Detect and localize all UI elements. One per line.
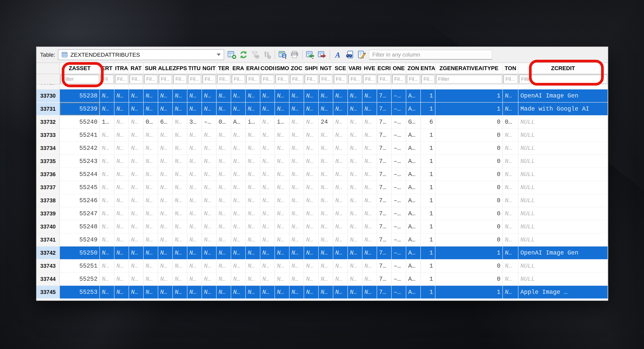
cell-erai[interactable]: i… bbox=[246, 116, 260, 128]
cell-ton[interactable]: N… bbox=[503, 89, 518, 102]
cell-zcredit[interactable]: NULL bbox=[518, 273, 608, 285]
cell-titu[interactable]: N… bbox=[187, 233, 202, 246]
cell-zasset[interactable]: 55243 bbox=[60, 155, 100, 168]
row-number[interactable]: 33733 bbox=[36, 129, 60, 141]
cell-zoc[interactable]: N… bbox=[290, 220, 304, 233]
filter-input-zon[interactable] bbox=[407, 75, 420, 83]
cell-hve[interactable]: N… bbox=[362, 155, 377, 168]
cell-ngit[interactable]: N… bbox=[202, 286, 216, 298]
cell-zcredit[interactable]: NULL bbox=[518, 129, 608, 141]
cell-zon[interactable]: A… bbox=[406, 207, 421, 220]
cell-vari[interactable]: N… bbox=[348, 89, 362, 102]
cell-ert[interactable]: N… bbox=[100, 155, 114, 168]
cell-ismo[interactable]: N… bbox=[275, 273, 290, 285]
cell-vari[interactable]: N… bbox=[348, 260, 362, 272]
cell-enta[interactable]: 1 bbox=[421, 273, 435, 285]
cell-enta[interactable]: 1 bbox=[421, 207, 435, 220]
cell-alle[interactable]: N… bbox=[158, 246, 173, 259]
cell-zoc[interactable]: N… bbox=[290, 89, 304, 102]
cell-sur[interactable]: N… bbox=[144, 89, 158, 102]
cell-enta[interactable]: 1 bbox=[421, 168, 435, 181]
cell-erai[interactable]: N… bbox=[246, 273, 260, 285]
cell-titu[interactable]: N… bbox=[187, 168, 202, 181]
cell-ngt[interactable]: N… bbox=[319, 142, 333, 155]
cell-sce[interactable]: N… bbox=[333, 273, 348, 285]
cell-zoc[interactable]: N… bbox=[290, 116, 304, 128]
cell-zon[interactable]: A… bbox=[406, 220, 421, 233]
cell-sce[interactable]: N… bbox=[333, 246, 348, 259]
cell-era[interactable]: N… bbox=[231, 142, 246, 155]
cell-enta[interactable]: 1 bbox=[421, 233, 435, 246]
cell-ngt[interactable]: N… bbox=[319, 103, 333, 115]
cell-alle[interactable]: N… bbox=[158, 84, 173, 89]
cell-ton[interactable]: N… bbox=[503, 286, 518, 298]
cell-titu[interactable]: 3… bbox=[187, 116, 202, 128]
cell-zon[interactable]: A… bbox=[406, 84, 421, 89]
cell-enta[interactable]: 6 bbox=[421, 116, 435, 128]
cell-zcredit[interactable]: NULL bbox=[518, 207, 608, 220]
cell-codi[interactable]: N… bbox=[260, 207, 275, 220]
cell-zcredit[interactable]: NULL bbox=[518, 194, 608, 207]
cell-codi[interactable]: N… bbox=[260, 103, 275, 115]
column-header-zgenerativeaitype[interactable]: ZGENERATIVEAITYPE bbox=[435, 63, 503, 74]
filter-input-one[interactable] bbox=[392, 75, 405, 83]
cell-rat[interactable]: N… bbox=[129, 246, 144, 259]
table-row-33742[interactable]: 3374255250N…N…N…N…N…N…N…N…N…N…N…N…N…N…N…… bbox=[36, 246, 608, 260]
cell-rat[interactable]: N… bbox=[129, 116, 144, 128]
cell-ter[interactable]: N… bbox=[216, 89, 231, 102]
cell-ert[interactable]: N… bbox=[100, 246, 114, 259]
cell-era[interactable]: N… bbox=[231, 84, 246, 89]
cell-rat[interactable]: N… bbox=[129, 181, 144, 194]
cell-codi[interactable]: N… bbox=[260, 273, 275, 285]
filter-input-itra[interactable] bbox=[115, 75, 128, 83]
cell-zgenerativeaitype[interactable]: 0 bbox=[435, 207, 503, 220]
cell-ecri[interactable]: 7… bbox=[377, 207, 392, 220]
cell-ton[interactable]: N… bbox=[503, 207, 518, 220]
cell-one[interactable]: –… bbox=[392, 233, 406, 246]
cell-ecri[interactable]: 7… bbox=[377, 129, 392, 141]
cell-ngit[interactable]: N… bbox=[202, 194, 216, 207]
cell-ngt[interactable]: 24 bbox=[319, 116, 333, 128]
cell-ecri[interactable]: 7… bbox=[377, 246, 392, 259]
cell-titu[interactable]: N… bbox=[187, 84, 202, 89]
cell-shpi[interactable]: N… bbox=[304, 116, 319, 128]
print-icon[interactable] bbox=[290, 50, 300, 60]
filter-input-erai[interactable] bbox=[246, 75, 259, 83]
cell-itra[interactable]: N… bbox=[114, 142, 129, 155]
export-table-icon[interactable] bbox=[317, 50, 327, 60]
filter-input-zfps[interactable] bbox=[174, 75, 186, 83]
cell-zon[interactable]: A… bbox=[406, 168, 421, 181]
cell-zon[interactable]: A… bbox=[406, 233, 421, 246]
cell-zcredit[interactable]: NULL bbox=[518, 168, 608, 181]
cell-ter[interactable]: N… bbox=[216, 207, 231, 220]
column-header-erai[interactable]: ERAI bbox=[246, 63, 260, 74]
filter-input-zoc[interactable] bbox=[290, 75, 303, 83]
cell-titu[interactable]: N… bbox=[187, 286, 202, 298]
filter-input-titu[interactable] bbox=[188, 75, 201, 83]
cell-ngit[interactable]: –… bbox=[202, 116, 216, 128]
table-row-33735[interactable]: 3373555243N…N…N…N…N…N…N…N…N…N…N…N…N…N…N…… bbox=[36, 155, 608, 168]
cell-zoc[interactable]: N… bbox=[290, 286, 304, 298]
cell-zcredit[interactable]: NULL bbox=[518, 233, 608, 246]
cell-hve[interactable]: N… bbox=[362, 260, 377, 272]
cell-zfps[interactable]: N… bbox=[173, 181, 187, 194]
filter-input-ngt[interactable] bbox=[319, 75, 332, 83]
row-number[interactable]: 33739 bbox=[36, 207, 60, 220]
cell-zgenerativeaitype[interactable]: 0 bbox=[435, 129, 503, 141]
cell-ngit[interactable]: N… bbox=[202, 260, 216, 272]
cell-sur[interactable]: N… bbox=[144, 155, 158, 168]
cell-erai[interactable]: N… bbox=[246, 286, 260, 298]
cell-zfps[interactable]: N… bbox=[173, 155, 187, 168]
cell-enta[interactable]: 1 bbox=[421, 194, 435, 207]
cell-itra[interactable]: N… bbox=[114, 260, 129, 272]
cell-ismo[interactable]: N… bbox=[275, 181, 290, 194]
cell-codi[interactable]: N… bbox=[260, 194, 275, 207]
row-number[interactable]: 33742 bbox=[36, 246, 60, 259]
cell-vari[interactable]: N… bbox=[348, 142, 362, 155]
cell-codi[interactable]: N… bbox=[260, 246, 275, 259]
cell-erai[interactable]: N… bbox=[246, 207, 260, 220]
cell-hve[interactable]: N… bbox=[362, 89, 377, 102]
cell-rat[interactable]: N… bbox=[129, 273, 144, 285]
cell-zasset[interactable]: 55251 bbox=[60, 260, 100, 272]
clear-sort-icon[interactable] bbox=[262, 50, 272, 60]
